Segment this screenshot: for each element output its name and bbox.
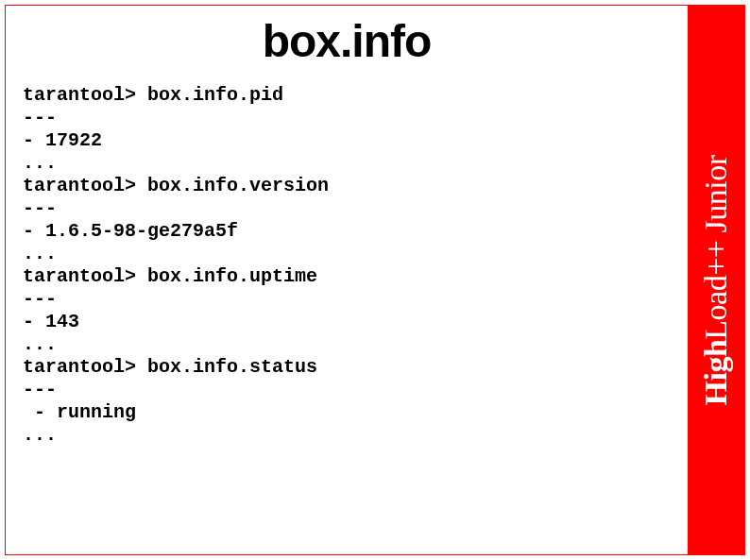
brand-bold: High — [698, 339, 733, 405]
brand-text: HighLoad++ Junior — [698, 155, 734, 405]
brand-light: Load++ Junior — [698, 155, 733, 339]
slide-content: box.info tarantool> box.info.pid --- - 1… — [6, 6, 688, 554]
slide-title: box.info — [6, 6, 688, 84]
brand-sidebar: HighLoad++ Junior — [688, 6, 744, 554]
terminal-output: tarantool> box.info.pid --- - 17922 ... … — [6, 84, 688, 447]
